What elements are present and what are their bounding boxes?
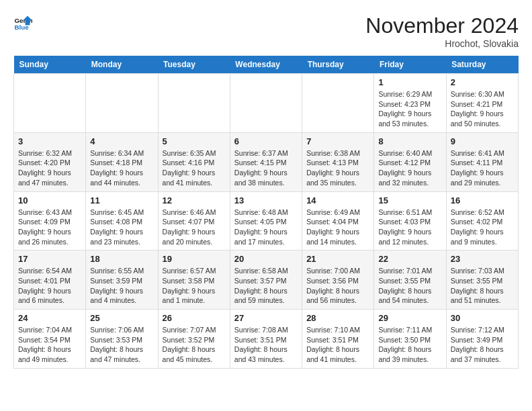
cell-content: Sunrise: 6:45 AM Sunset: 4:08 PM Dayligh… bbox=[90, 208, 153, 247]
day-number: 26 bbox=[163, 313, 226, 323]
cell-content: Sunrise: 7:07 AM Sunset: 3:52 PM Dayligh… bbox=[163, 325, 226, 365]
calendar-cell: 3Sunrise: 6:32 AM Sunset: 4:20 PM Daylig… bbox=[14, 132, 86, 191]
day-of-week-header: Tuesday bbox=[158, 56, 230, 74]
calendar-cell: 15Sunrise: 6:51 AM Sunset: 4:03 PM Dayli… bbox=[374, 191, 446, 250]
cell-content: Sunrise: 6:46 AM Sunset: 4:07 PM Dayligh… bbox=[163, 208, 226, 247]
day-number: 1 bbox=[378, 77, 441, 87]
location: Hrochot, Slovakia bbox=[365, 38, 519, 49]
cell-content: Sunrise: 7:01 AM Sunset: 3:55 PM Dayligh… bbox=[378, 266, 441, 306]
day-number: 24 bbox=[18, 313, 81, 323]
day-of-week-header: Thursday bbox=[302, 56, 374, 74]
page-header: General Blue November 2024 Hrochot, Slov… bbox=[13, 13, 519, 49]
calendar-cell: 14Sunrise: 6:49 AM Sunset: 4:04 PM Dayli… bbox=[302, 191, 374, 250]
calendar-cell bbox=[86, 74, 158, 133]
day-number: 7 bbox=[306, 136, 369, 146]
cell-content: Sunrise: 7:10 AM Sunset: 3:51 PM Dayligh… bbox=[306, 325, 369, 365]
cell-content: Sunrise: 7:04 AM Sunset: 3:54 PM Dayligh… bbox=[18, 325, 81, 365]
cell-content: Sunrise: 6:40 AM Sunset: 4:12 PM Dayligh… bbox=[378, 148, 441, 188]
day-number: 9 bbox=[451, 136, 514, 146]
day-number: 25 bbox=[90, 313, 153, 323]
title-block: November 2024 Hrochot, Slovakia bbox=[365, 13, 519, 49]
calendar-header-row: SundayMondayTuesdayWednesdayThursdayFrid… bbox=[14, 56, 519, 74]
cell-content: Sunrise: 7:03 AM Sunset: 3:55 PM Dayligh… bbox=[451, 266, 514, 306]
calendar-cell: 12Sunrise: 6:46 AM Sunset: 4:07 PM Dayli… bbox=[158, 191, 230, 250]
day-number: 27 bbox=[234, 313, 298, 323]
day-number: 22 bbox=[378, 254, 441, 264]
day-number: 16 bbox=[451, 195, 514, 205]
day-of-week-header: Sunday bbox=[14, 56, 86, 74]
day-number: 30 bbox=[451, 313, 514, 323]
calendar-cell bbox=[302, 74, 374, 133]
day-number: 18 bbox=[90, 254, 153, 264]
cell-content: Sunrise: 6:41 AM Sunset: 4:11 PM Dayligh… bbox=[451, 148, 514, 188]
cell-content: Sunrise: 6:30 AM Sunset: 4:21 PM Dayligh… bbox=[451, 89, 514, 129]
day-number: 12 bbox=[163, 195, 226, 205]
day-number: 10 bbox=[18, 195, 81, 205]
calendar-cell: 10Sunrise: 6:43 AM Sunset: 4:09 PM Dayli… bbox=[14, 191, 86, 250]
day-number: 2 bbox=[451, 77, 514, 87]
day-number: 4 bbox=[90, 136, 153, 146]
calendar-cell: 22Sunrise: 7:01 AM Sunset: 3:55 PM Dayli… bbox=[374, 250, 446, 310]
day-number: 13 bbox=[234, 195, 298, 205]
calendar-cell: 19Sunrise: 6:57 AM Sunset: 3:58 PM Dayli… bbox=[158, 250, 230, 310]
cell-content: Sunrise: 6:51 AM Sunset: 4:03 PM Dayligh… bbox=[378, 208, 441, 247]
day-of-week-header: Saturday bbox=[446, 56, 518, 74]
calendar-cell: 4Sunrise: 6:34 AM Sunset: 4:18 PM Daylig… bbox=[86, 132, 158, 191]
cell-content: Sunrise: 6:38 AM Sunset: 4:13 PM Dayligh… bbox=[306, 148, 369, 188]
calendar-cell: 7Sunrise: 6:38 AM Sunset: 4:13 PM Daylig… bbox=[302, 132, 374, 191]
day-number: 5 bbox=[163, 136, 226, 146]
calendar-cell: 5Sunrise: 6:35 AM Sunset: 4:16 PM Daylig… bbox=[158, 132, 230, 191]
cell-content: Sunrise: 7:11 AM Sunset: 3:50 PM Dayligh… bbox=[378, 325, 441, 365]
cell-content: Sunrise: 6:32 AM Sunset: 4:20 PM Dayligh… bbox=[18, 148, 81, 188]
cell-content: Sunrise: 6:43 AM Sunset: 4:09 PM Dayligh… bbox=[18, 208, 81, 247]
calendar-week-row: 17Sunrise: 6:54 AM Sunset: 4:01 PM Dayli… bbox=[14, 250, 519, 310]
cell-content: Sunrise: 7:00 AM Sunset: 3:56 PM Dayligh… bbox=[306, 266, 369, 306]
calendar-cell: 24Sunrise: 7:04 AM Sunset: 3:54 PM Dayli… bbox=[14, 310, 86, 369]
calendar-cell: 11Sunrise: 6:45 AM Sunset: 4:08 PM Dayli… bbox=[86, 191, 158, 250]
day-number: 17 bbox=[18, 254, 81, 264]
calendar-cell: 17Sunrise: 6:54 AM Sunset: 4:01 PM Dayli… bbox=[14, 250, 86, 310]
calendar-cell bbox=[14, 74, 86, 133]
calendar-table: SundayMondayTuesdayWednesdayThursdayFrid… bbox=[13, 56, 519, 369]
cell-content: Sunrise: 6:48 AM Sunset: 4:05 PM Dayligh… bbox=[234, 208, 298, 247]
day-number: 19 bbox=[163, 254, 226, 264]
calendar-cell: 16Sunrise: 6:52 AM Sunset: 4:02 PM Dayli… bbox=[446, 191, 518, 250]
calendar-cell: 29Sunrise: 7:11 AM Sunset: 3:50 PM Dayli… bbox=[374, 310, 446, 369]
logo-icon: General Blue bbox=[13, 13, 32, 32]
calendar-body: 1Sunrise: 6:29 AM Sunset: 4:23 PM Daylig… bbox=[14, 74, 519, 369]
calendar-cell: 23Sunrise: 7:03 AM Sunset: 3:55 PM Dayli… bbox=[446, 250, 518, 310]
day-number: 3 bbox=[18, 136, 81, 146]
calendar-cell: 30Sunrise: 7:12 AM Sunset: 3:49 PM Dayli… bbox=[446, 310, 518, 369]
calendar-cell: 27Sunrise: 7:08 AM Sunset: 3:51 PM Dayli… bbox=[230, 310, 302, 369]
day-of-week-header: Monday bbox=[86, 56, 158, 74]
logo: General Blue bbox=[13, 13, 32, 32]
day-number: 29 bbox=[378, 313, 441, 323]
day-of-week-header: Friday bbox=[374, 56, 446, 74]
day-number: 6 bbox=[234, 136, 298, 146]
day-number: 21 bbox=[306, 254, 369, 264]
calendar-week-row: 10Sunrise: 6:43 AM Sunset: 4:09 PM Dayli… bbox=[14, 191, 519, 250]
cell-content: Sunrise: 6:37 AM Sunset: 4:15 PM Dayligh… bbox=[234, 148, 298, 188]
day-number: 20 bbox=[234, 254, 298, 264]
calendar-cell: 9Sunrise: 6:41 AM Sunset: 4:11 PM Daylig… bbox=[446, 132, 518, 191]
calendar-week-row: 3Sunrise: 6:32 AM Sunset: 4:20 PM Daylig… bbox=[14, 132, 519, 191]
cell-content: Sunrise: 6:57 AM Sunset: 3:58 PM Dayligh… bbox=[163, 266, 226, 306]
calendar-cell: 28Sunrise: 7:10 AM Sunset: 3:51 PM Dayli… bbox=[302, 310, 374, 369]
cell-content: Sunrise: 6:29 AM Sunset: 4:23 PM Dayligh… bbox=[378, 89, 441, 129]
cell-content: Sunrise: 6:34 AM Sunset: 4:18 PM Dayligh… bbox=[90, 148, 153, 188]
day-number: 23 bbox=[451, 254, 514, 264]
calendar-cell: 13Sunrise: 6:48 AM Sunset: 4:05 PM Dayli… bbox=[230, 191, 302, 250]
calendar-cell: 26Sunrise: 7:07 AM Sunset: 3:52 PM Dayli… bbox=[158, 310, 230, 369]
cell-content: Sunrise: 6:35 AM Sunset: 4:16 PM Dayligh… bbox=[163, 148, 226, 188]
cell-content: Sunrise: 7:06 AM Sunset: 3:53 PM Dayligh… bbox=[90, 325, 153, 365]
calendar-cell: 25Sunrise: 7:06 AM Sunset: 3:53 PM Dayli… bbox=[86, 310, 158, 369]
day-number: 28 bbox=[306, 313, 369, 323]
cell-content: Sunrise: 7:08 AM Sunset: 3:51 PM Dayligh… bbox=[234, 325, 298, 365]
calendar-cell: 6Sunrise: 6:37 AM Sunset: 4:15 PM Daylig… bbox=[230, 132, 302, 191]
day-of-week-header: Wednesday bbox=[230, 56, 302, 74]
calendar-week-row: 1Sunrise: 6:29 AM Sunset: 4:23 PM Daylig… bbox=[14, 74, 519, 133]
cell-content: Sunrise: 6:49 AM Sunset: 4:04 PM Dayligh… bbox=[306, 208, 369, 247]
day-number: 14 bbox=[306, 195, 369, 205]
cell-content: Sunrise: 6:52 AM Sunset: 4:02 PM Dayligh… bbox=[451, 208, 514, 247]
calendar-cell: 2Sunrise: 6:30 AM Sunset: 4:21 PM Daylig… bbox=[446, 74, 518, 133]
